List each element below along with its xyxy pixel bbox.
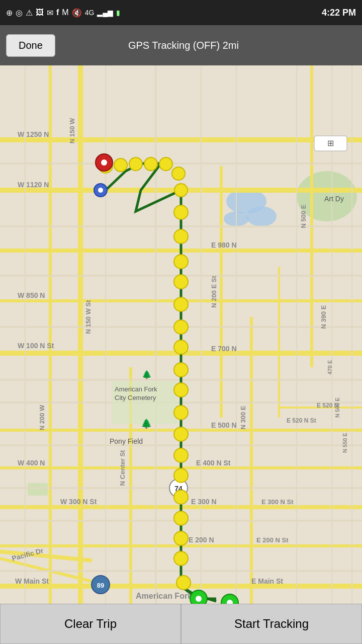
svg-point-2 [246,206,277,226]
svg-text:🌲: 🌲 [141,418,152,429]
svg-text:American Fork: American Fork [115,385,157,393]
svg-text:⊞: ⊞ [327,139,334,147]
signal-icon: ▂▄▆ [97,9,113,17]
status-icons-left: ⊕ ◎ ⚠ 🖼 ✉ f M 🔇 4G ▂▄▆ ▮ [6,8,120,18]
network-icon: 4G [85,9,95,17]
svg-text:N Center St: N Center St [119,450,126,486]
svg-text:N 500 E: N 500 E [300,204,307,228]
svg-point-102 [174,340,188,354]
svg-text:W 1120 N: W 1120 N [18,181,49,189]
svg-text:Art Dy: Art Dy [324,195,344,203]
svg-point-100 [174,297,188,311]
gps-icon: ◎ [16,8,23,18]
svg-text:W 1250 N: W 1250 N [18,130,49,138]
svg-text:N 200 E St: N 200 E St [210,276,218,308]
battery-icon: ▮ [116,9,120,17]
svg-text:470 E: 470 E [327,360,333,375]
status-bar: ⊕ ◎ ⚠ 🖼 ✉ f M 🔇 4G ▂▄▆ ▮ 4:22 PM [0,0,362,25]
svg-point-104 [174,383,188,397]
svg-rect-5 [28,483,48,496]
mute-icon: 🔇 [72,8,82,18]
svg-point-107 [174,448,188,462]
svg-point-105 [174,406,188,420]
svg-point-113 [176,576,191,590]
svg-point-118 [98,188,103,193]
status-time: 4:22 PM [322,8,356,18]
svg-point-90 [114,158,127,172]
svg-point-110 [174,511,188,525]
svg-text:🌲: 🌲 [142,370,152,379]
svg-text:W Main St: W Main St [15,577,49,585]
start-tracking-button[interactable]: Start Tracking [181,604,362,644]
svg-point-96 [174,205,188,219]
add-icon: ⊕ [6,8,13,18]
svg-text:American Fork: American Fork [136,592,192,600]
svg-point-112 [174,551,188,566]
page-title: GPS Tracking (OFF) 2mi [55,40,312,51]
clear-trip-button[interactable]: Clear Trip [0,604,181,644]
svg-point-103 [174,363,188,377]
svg-text:N 390 E: N 390 E [320,305,327,329]
svg-point-98 [174,255,188,269]
map-area[interactable]: W 1250 N W 1120 N E 980 N W 850 N W 100 … [0,65,362,604]
svg-point-106 [174,427,188,441]
map-canvas: W 1250 N W 1120 N E 980 N W 850 N W 100 … [0,65,362,604]
svg-text:E 520 N St: E 520 N St [287,417,316,424]
image-icon: 🖼 [36,8,44,17]
svg-point-116 [101,159,107,166]
done-button[interactable]: Done [6,34,55,57]
svg-text:City Cemetery: City Cemetery [115,394,156,401]
svg-point-108 [174,468,188,482]
svg-text:W 100 N St: W 100 N St [18,342,54,350]
svg-point-93 [159,157,172,171]
alert-icon: ⚠ [26,8,33,18]
svg-point-94 [172,167,185,180]
svg-text:N 150 W: N 150 W [68,118,76,143]
facebook-icon: f [56,8,59,17]
svg-text:N 150 W St: N 150 W St [84,300,92,334]
svg-text:E 200 N: E 200 N [189,536,214,544]
svg-point-92 [144,157,157,171]
svg-point-101 [174,320,188,334]
svg-point-95 [174,184,188,197]
svg-text:E 300 N St: E 300 N St [261,498,294,506]
svg-text:Pony Field: Pony Field [110,437,143,445]
svg-text:E 300 N: E 300 N [191,498,217,506]
svg-text:N 550 E: N 550 E [342,433,348,453]
svg-text:E 200 N St: E 200 N St [256,536,289,544]
svg-point-91 [129,157,142,171]
svg-point-109 [174,490,188,504]
svg-text:E 700 N: E 700 N [211,345,237,353]
email-icon: ✉ [47,8,53,18]
svg-point-111 [174,531,188,545]
svg-point-99 [174,275,188,289]
svg-text:N 200 W: N 200 W [38,405,46,430]
svg-text:N 300 E: N 300 E [239,406,247,429]
gmail-icon: M [62,8,68,17]
svg-text:E 520 N: E 520 N [317,402,338,409]
svg-point-120 [196,596,202,602]
bottom-bar: Clear Trip Start Tracking [0,604,362,644]
svg-text:E 980 N: E 980 N [211,241,237,249]
svg-text:E 400 N St: E 400 N St [196,459,231,467]
svg-text:E Main St: E Main St [251,577,283,585]
top-bar: Done GPS Tracking (OFF) 2mi [0,25,362,65]
svg-text:89: 89 [97,582,104,589]
svg-point-97 [174,229,188,244]
svg-text:W 300 N St: W 300 N St [60,498,97,506]
svg-text:E 500 N: E 500 N [211,421,237,429]
svg-text:W 400 N: W 400 N [18,459,45,467]
svg-text:W 850 N: W 850 N [18,291,45,299]
